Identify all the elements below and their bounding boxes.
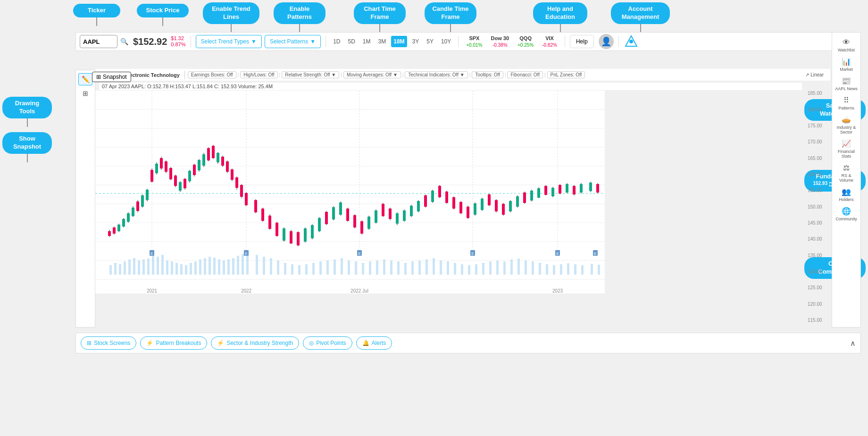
moving-averages-btn[interactable]: Moving Averages: Off ▼ bbox=[343, 71, 401, 78]
sidebar-rs-volume-btn[interactable]: ⚖ RS & Volume bbox=[833, 161, 860, 184]
svg-rect-188 bbox=[161, 255, 164, 275]
svg-rect-223 bbox=[369, 261, 371, 275]
bottom-toolbar: ⊞ Stock Screens ⚡ Pattern Breakouts ⚡ Se… bbox=[75, 333, 861, 353]
svg-rect-30 bbox=[132, 208, 134, 216]
pattern-breakouts-tab[interactable]: ⚡ Pattern Breakouts bbox=[140, 336, 207, 350]
technical-indicators-btn[interactable]: Technical Indicators: Off ▼ bbox=[405, 71, 467, 78]
svg-rect-239 bbox=[482, 263, 484, 275]
svg-rect-58 bbox=[198, 160, 200, 170]
svg-rect-52 bbox=[184, 179, 186, 188]
svg-rect-72 bbox=[231, 169, 234, 180]
svg-rect-156 bbox=[523, 193, 526, 203]
svg-rect-215 bbox=[312, 263, 315, 275]
time-btn-5y[interactable]: 5Y bbox=[424, 36, 436, 47]
svg-rect-251 bbox=[567, 263, 569, 275]
market-icon: 📊 bbox=[842, 57, 851, 66]
sector-industry-strength-tab[interactable]: ⚡ Sector & Industry Strength bbox=[211, 336, 299, 350]
sidebar-market-btn[interactable]: 📊 Market bbox=[833, 55, 860, 74]
svg-rect-152 bbox=[509, 201, 512, 211]
svg-rect-232 bbox=[433, 258, 435, 275]
sidebar-patterns-btn[interactable]: ⠿ Patterns bbox=[833, 94, 860, 112]
svg-rect-219 bbox=[341, 258, 343, 275]
earnings-boxes-btn[interactable]: Earnings Boxes: Off bbox=[188, 71, 236, 78]
tooltips-btn[interactable]: Tooltips: Off bbox=[472, 71, 503, 78]
svg-rect-179 bbox=[119, 264, 121, 275]
sidebar-news-btn[interactable]: 📰 AAPL News bbox=[833, 75, 860, 93]
search-bar: 🔍 $152.92 $1.32 0.87% Select Trend Types… bbox=[75, 32, 861, 51]
svg-rect-216 bbox=[319, 261, 322, 275]
svg-rect-136 bbox=[452, 197, 455, 209]
ticker-input[interactable] bbox=[80, 35, 117, 48]
sidebar-community-btn[interactable]: 🌐 Community bbox=[833, 205, 860, 223]
time-btn-10y[interactable]: 10Y bbox=[439, 36, 453, 47]
svg-rect-224 bbox=[376, 260, 378, 275]
bottom-annotations-area bbox=[75, 353, 861, 436]
pencil-draw-btn[interactable]: ✏️ bbox=[78, 73, 92, 85]
industry-sector-icon: 🥧 bbox=[842, 115, 851, 124]
snapshot-btn-tool[interactable]: ⊞ bbox=[78, 87, 92, 100]
svg-rect-190 bbox=[171, 261, 173, 275]
linear-btn[interactable]: ↗ Linear bbox=[801, 72, 827, 78]
svg-rect-213 bbox=[298, 265, 300, 275]
time-btn-5d[interactable]: 5D bbox=[346, 36, 358, 47]
pivot-points-tab[interactable]: ◎ Pivot Points bbox=[303, 336, 352, 350]
sidebar-watchlist-btn[interactable]: 👁 Watchlist bbox=[833, 36, 860, 54]
svg-rect-96 bbox=[311, 225, 314, 238]
help-education-tooltip-bubble: Help and Education bbox=[533, 2, 587, 24]
sidebar-financial-stats-btn[interactable]: 📈 Financial Stats bbox=[833, 137, 860, 160]
svg-rect-180 bbox=[124, 261, 126, 275]
svg-rect-230 bbox=[418, 260, 421, 275]
svg-rect-112 bbox=[367, 217, 370, 229]
time-btn-1d[interactable]: 1D bbox=[331, 36, 342, 47]
time-btn-18m[interactable]: 18M bbox=[391, 36, 407, 47]
svg-rect-200 bbox=[218, 260, 220, 275]
search-icon[interactable]: 🔍 bbox=[120, 38, 128, 45]
high-lows-btn[interactable]: High/Lows: Off bbox=[240, 71, 277, 78]
svg-rect-185 bbox=[147, 259, 150, 275]
price-change: $1.32 0.87% bbox=[171, 35, 185, 48]
svg-rect-218 bbox=[334, 260, 336, 275]
svg-rect-34 bbox=[141, 195, 144, 207]
svg-rect-252 bbox=[574, 264, 576, 275]
pivot-points-icon: ◎ bbox=[309, 340, 314, 346]
financial-stats-icon: 📈 bbox=[842, 139, 851, 148]
patterns-dropdown[interactable]: Select Patterns ▼ bbox=[265, 35, 321, 48]
svg-rect-162 bbox=[544, 186, 547, 195]
trend-types-dropdown[interactable]: Select Trend Types ▼ bbox=[196, 35, 262, 48]
time-btn-3m[interactable]: 3M bbox=[376, 36, 389, 47]
user-profile-avatar[interactable]: 👤 bbox=[599, 34, 614, 49]
stock-price-tooltip-bubble: Stock Price bbox=[137, 4, 189, 17]
snapshot-button[interactable]: ⊞ Snapshot bbox=[92, 72, 131, 82]
sidebar-industry-sector-btn[interactable]: 🥧 Industry & Sector bbox=[833, 113, 860, 136]
svg-rect-225 bbox=[383, 260, 385, 275]
collapse-bottom-panel-btn[interactable]: ∧ bbox=[850, 339, 856, 348]
svg-text:E: E bbox=[594, 252, 596, 256]
svg-rect-197 bbox=[204, 258, 206, 275]
stock-screens-tab[interactable]: ⊞ Stock Screens bbox=[81, 336, 136, 350]
svg-rect-22 bbox=[113, 227, 116, 234]
help-button[interactable]: Help bbox=[570, 35, 594, 48]
pnl-zones-btn[interactable]: PnL Zones: Off bbox=[547, 71, 585, 78]
svg-rect-120 bbox=[396, 213, 399, 224]
svg-rect-182 bbox=[133, 258, 135, 275]
fibonacci-btn[interactable]: Fibonacci: Off bbox=[507, 71, 543, 78]
svg-rect-78 bbox=[245, 193, 248, 205]
svg-rect-229 bbox=[411, 261, 414, 275]
svg-rect-253 bbox=[581, 265, 584, 275]
svg-rect-44 bbox=[165, 161, 167, 172]
rs-volume-icon: ⚖ bbox=[843, 163, 850, 172]
svg-rect-54 bbox=[188, 171, 191, 181]
time-btn-3y[interactable]: 3Y bbox=[410, 36, 422, 47]
svg-rect-202 bbox=[227, 260, 230, 275]
svg-rect-126 bbox=[417, 201, 420, 211]
svg-rect-199 bbox=[213, 258, 216, 275]
svg-rect-228 bbox=[404, 263, 407, 275]
sidebar-holders-btn[interactable]: 👥 Holders bbox=[833, 185, 860, 204]
svg-rect-227 bbox=[397, 261, 400, 275]
time-btn-1m[interactable]: 1M bbox=[360, 36, 373, 47]
alerts-tab[interactable]: 🔔 Alerts bbox=[356, 336, 392, 350]
svg-rect-238 bbox=[475, 264, 477, 275]
svg-rect-226 bbox=[390, 260, 392, 275]
svg-text:E: E bbox=[471, 252, 474, 256]
relative-strength-btn[interactable]: Relative Strength: Off ▼ bbox=[282, 71, 339, 78]
